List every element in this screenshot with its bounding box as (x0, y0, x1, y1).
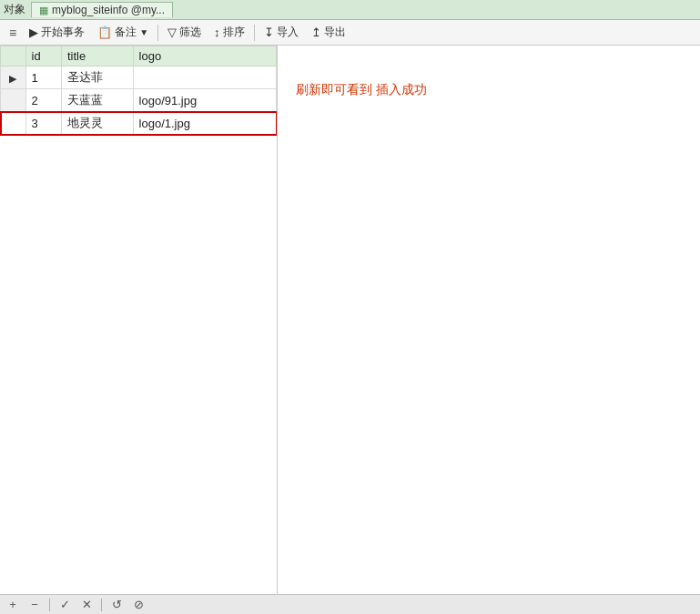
stop-button[interactable]: ⊘ (129, 598, 147, 612)
begin-transaction-button[interactable]: ▶ 开始事务 (24, 23, 90, 42)
cell-title[interactable]: 地灵灵 (61, 112, 133, 135)
sort-label: 排序 (223, 25, 245, 40)
current-row-arrow: ▶ (9, 73, 16, 84)
row-selector (1, 89, 26, 112)
data-table: id title logo ▶1圣达菲2天蓝蓝logo/91.jpg3地灵灵lo… (0, 46, 277, 135)
table-icon: ▦ (39, 5, 48, 16)
cell-title[interactable]: 圣达菲 (61, 67, 133, 89)
cell-logo[interactable] (133, 67, 276, 89)
filter-button[interactable]: ▽ 筛选 (162, 23, 207, 42)
separator-1 (157, 25, 158, 41)
cell-id[interactable]: 3 (25, 112, 61, 135)
import-icon: ↧ (264, 26, 274, 39)
cell-id[interactable]: 2 (25, 89, 61, 112)
table-tab[interactable]: ▦ myblog_siteinfo @my... (31, 2, 173, 17)
title-bar-left: 对象 ▦ myblog_siteinfo @my... (4, 2, 173, 17)
export-icon: ↥ (311, 26, 321, 39)
filter-icon: ▽ (167, 26, 177, 39)
comment-button[interactable]: 📋 备注 ▼ (92, 23, 154, 42)
title-bar: 对象 ▦ myblog_siteinfo @my... (0, 0, 700, 20)
right-panel: 刷新即可看到 插入成功 (278, 46, 700, 594)
cell-title[interactable]: 天蓝蓝 (61, 89, 133, 112)
tab-label: myblog_siteinfo @my... (52, 4, 165, 16)
begin-transaction-label: 开始事务 (41, 25, 85, 40)
row-selector: ▶ (1, 67, 26, 89)
begin-transaction-icon: ▶ (29, 26, 38, 39)
left-panel: id title logo ▶1圣达菲2天蓝蓝logo/91.jpg3地灵灵lo… (0, 46, 278, 594)
table-row[interactable]: 2天蓝蓝logo/91.jpg (1, 89, 277, 112)
comment-dropdown-icon: ▼ (139, 27, 148, 37)
comment-label: 备注 (115, 25, 137, 40)
status-bar: + − ✓ ✕ ↺ ⊘ (0, 594, 700, 614)
refresh-button[interactable]: ↺ (107, 598, 126, 612)
table-row[interactable]: ▶1圣达菲 (1, 67, 277, 89)
col-header-title[interactable]: title (61, 46, 133, 67)
export-label: 导出 (324, 25, 346, 40)
comment-icon: 📋 (97, 26, 112, 39)
import-label: 导入 (277, 25, 299, 40)
filter-label: 筛选 (179, 25, 201, 40)
cell-logo[interactable]: logo/91.jpg (133, 89, 276, 112)
table-row[interactable]: 3地灵灵logo/1.jpg (1, 112, 277, 135)
add-record-button[interactable]: + (4, 598, 22, 612)
cell-logo[interactable]: logo/1.jpg (133, 112, 276, 135)
import-button[interactable]: ↧ 导入 (259, 23, 304, 42)
sort-button[interactable]: ↕ 排序 (208, 23, 250, 42)
object-label: 对象 (4, 2, 25, 17)
confirm-button[interactable]: ✓ (56, 598, 74, 612)
status-separator-2 (101, 599, 102, 611)
separator-2 (254, 25, 255, 41)
remove-record-button[interactable]: − (25, 598, 44, 612)
success-message: 刷新即可看到 插入成功 (296, 82, 682, 98)
hamburger-icon[interactable]: ≡ (4, 24, 22, 42)
main-area: id title logo ▶1圣达菲2天蓝蓝logo/91.jpg3地灵灵lo… (0, 46, 700, 594)
export-button[interactable]: ↥ 导出 (306, 23, 351, 42)
toolbar: ≡ ▶ 开始事务 📋 备注 ▼ ▽ 筛选 ↕ 排序 ↧ 导入 ↥ 导出 (0, 20, 700, 46)
row-selector-header (1, 46, 26, 67)
table-header-row: id title logo (1, 46, 277, 67)
row-selector (1, 112, 26, 135)
sort-icon: ↕ (214, 26, 220, 39)
cell-id[interactable]: 1 (25, 67, 61, 89)
col-header-logo[interactable]: logo (133, 46, 276, 67)
cancel-button[interactable]: ✕ (77, 598, 96, 612)
col-header-id[interactable]: id (25, 46, 61, 67)
status-separator-1 (49, 599, 50, 611)
